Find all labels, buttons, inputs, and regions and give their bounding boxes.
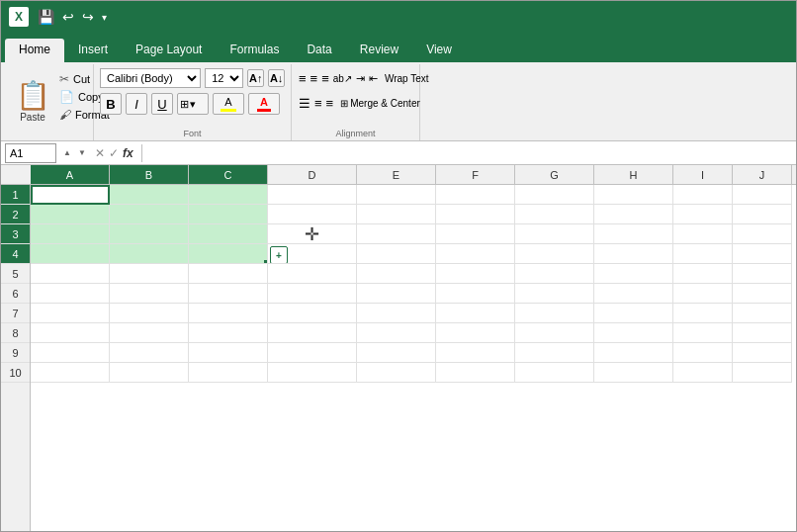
cell-h8[interactable] [594, 323, 673, 343]
cell-e5[interactable] [357, 264, 436, 284]
row-num-1[interactable]: 1 [1, 185, 30, 205]
align-top-button[interactable]: ≡ [298, 68, 308, 88]
cell-a5[interactable] [31, 264, 110, 284]
col-header-g[interactable]: G [515, 165, 594, 184]
cell-a2[interactable] [31, 205, 110, 224]
cell-b10[interactable] [110, 363, 189, 383]
cell-i8[interactable] [673, 323, 733, 343]
cell-c4[interactable] [189, 244, 268, 264]
cell-e1[interactable] [357, 185, 436, 205]
cell-i1[interactable] [673, 185, 733, 205]
cell-c1[interactable] [189, 185, 268, 205]
cell-c6[interactable] [189, 284, 268, 304]
cell-h10[interactable] [594, 363, 673, 383]
cell-e2[interactable] [357, 205, 436, 224]
cell-j2[interactable] [733, 205, 792, 224]
cell-a10[interactable] [31, 363, 110, 383]
tab-review[interactable]: Review [346, 39, 412, 62]
col-header-f[interactable]: F [436, 165, 515, 184]
cell-h3[interactable] [594, 224, 673, 244]
cell-i10[interactable] [673, 363, 733, 383]
cell-h5[interactable] [594, 264, 673, 284]
cell-h9[interactable] [594, 343, 673, 363]
cell-b6[interactable] [110, 284, 189, 304]
cell-g6[interactable] [515, 284, 594, 304]
cell-b7[interactable] [110, 304, 189, 323]
font-grow-button[interactable]: A↑ [247, 69, 264, 87]
cell-b5[interactable] [110, 264, 189, 284]
cell-j7[interactable] [733, 304, 792, 323]
undo-button[interactable]: ↩ [62, 9, 74, 25]
cell-d8[interactable] [268, 323, 357, 343]
formula-enter-button[interactable]: ✓ [107, 146, 121, 160]
cell-e10[interactable] [357, 363, 436, 383]
cell-e6[interactable] [357, 284, 436, 304]
cell-g3[interactable] [515, 224, 594, 244]
cell-a4[interactable] [31, 244, 110, 264]
cell-e9[interactable] [357, 343, 436, 363]
cell-c5[interactable] [189, 264, 268, 284]
row-num-3[interactable]: 3 [1, 224, 30, 244]
font-shrink-button[interactable]: A↓ [268, 69, 285, 87]
cell-c3[interactable] [189, 224, 268, 244]
cell-f1[interactable] [436, 185, 515, 205]
col-header-c[interactable]: C [189, 165, 268, 184]
cell-g9[interactable] [515, 343, 594, 363]
col-header-h[interactable]: H [594, 165, 673, 184]
cell-f7[interactable] [436, 304, 515, 323]
align-middle-button[interactable]: ≡ [310, 68, 319, 88]
cell-b4[interactable] [110, 244, 189, 264]
cell-f9[interactable] [436, 343, 515, 363]
cell-b2[interactable] [110, 205, 189, 224]
cell-a9[interactable] [31, 343, 110, 363]
cell-i2[interactable] [673, 205, 733, 224]
paste-button[interactable]: 📋 Paste [11, 80, 54, 125]
cell-e7[interactable] [357, 304, 436, 323]
cell-b8[interactable] [110, 323, 189, 343]
col-header-d[interactable]: D [268, 165, 357, 184]
cell-d10[interactable] [268, 363, 357, 383]
borders-button[interactable]: ⊞ ▾ [177, 93, 209, 115]
cell-f4[interactable] [436, 244, 515, 264]
cell-h1[interactable] [594, 185, 673, 205]
cell-j8[interactable] [733, 323, 792, 343]
row-num-2[interactable]: 2 [1, 205, 30, 224]
cell-j4[interactable] [733, 244, 792, 264]
cell-e8[interactable] [357, 323, 436, 343]
cell-g5[interactable] [515, 264, 594, 284]
cell-e4[interactable] [357, 244, 436, 264]
cell-j1[interactable] [733, 185, 792, 205]
row-num-7[interactable]: 7 [1, 304, 30, 323]
fill-color-button[interactable]: A [213, 93, 244, 115]
cell-c8[interactable] [189, 323, 268, 343]
cell-h2[interactable] [594, 205, 673, 224]
decrease-indent-button[interactable]: ⇤ [368, 68, 379, 88]
text-angle-button[interactable]: ab↗ [332, 68, 353, 88]
cell-i7[interactable] [673, 304, 733, 323]
cell-d5[interactable] [268, 264, 357, 284]
cell-b1[interactable] [110, 185, 189, 205]
tab-view[interactable]: View [412, 39, 466, 62]
cell-j10[interactable] [733, 363, 792, 383]
cell-i3[interactable] [673, 224, 733, 244]
cell-d3[interactable]: ✛ [268, 224, 357, 244]
cell-j9[interactable] [733, 343, 792, 363]
row-num-6[interactable]: 6 [1, 284, 30, 304]
merge-center-button[interactable]: ⊞ Merge & Center [336, 96, 424, 111]
cell-c10[interactable] [189, 363, 268, 383]
cell-g10[interactable] [515, 363, 594, 383]
font-name-select[interactable]: Calibri (Body) [100, 68, 201, 88]
wrap-text-button[interactable]: Wrap Text [381, 71, 433, 86]
font-color-button[interactable]: A [248, 93, 280, 115]
col-header-a[interactable]: A [31, 165, 110, 184]
tab-home[interactable]: Home [5, 39, 64, 62]
cell-i4[interactable] [673, 244, 733, 264]
cell-d7[interactable] [268, 304, 357, 323]
cell-c9[interactable] [189, 343, 268, 363]
cell-d4[interactable]: + [268, 244, 357, 264]
bold-button[interactable]: B [100, 93, 122, 115]
cell-c2[interactable] [189, 205, 268, 224]
cell-d9[interactable] [268, 343, 357, 363]
cell-f10[interactable] [436, 363, 515, 383]
cell-d6[interactable] [268, 284, 357, 304]
